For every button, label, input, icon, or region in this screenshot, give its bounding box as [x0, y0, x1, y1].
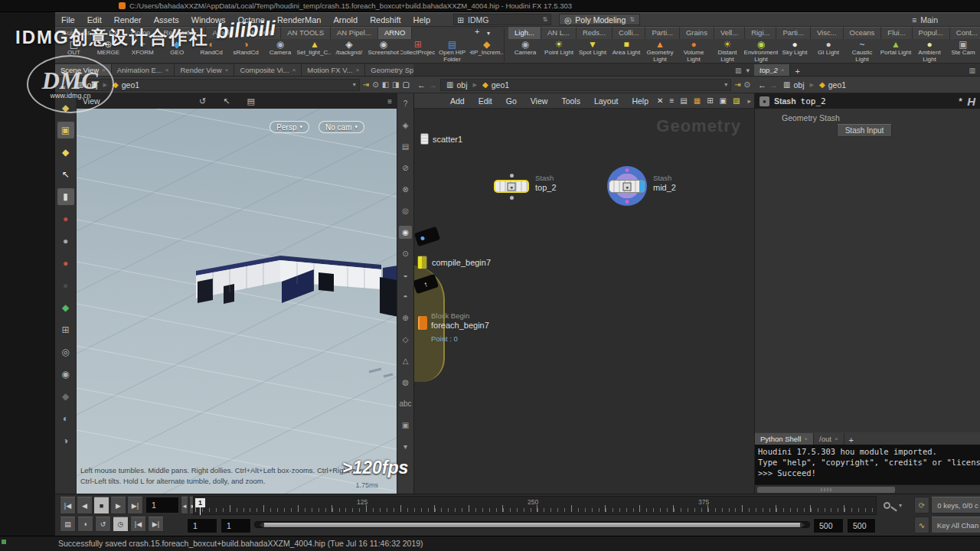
snapshot-cam-icon[interactable]: ▣	[399, 419, 412, 432]
close-tab-icon[interactable]: ×	[781, 67, 785, 73]
globe-icon[interactable]: ◎	[399, 204, 412, 217]
gear-icon[interactable]: *	[959, 96, 962, 107]
close-tab-icon[interactable]: ×	[102, 67, 106, 73]
path-context-chip[interactable]: ▥obj	[444, 80, 469, 90]
tool-out[interactable]: ◳ OUT	[57, 40, 91, 64]
desktop-spinner[interactable]: ⇅	[542, 16, 547, 23]
tool-ambient-light[interactable]: ● Ambient Light	[913, 40, 946, 64]
network-menu-item[interactable]: Help	[625, 96, 655, 106]
view-tool-icon[interactable]: ◆	[57, 99, 74, 116]
tool-screenshot[interactable]: ◉ Screenshot	[366, 40, 400, 64]
playback-end-field[interactable]: 500	[813, 518, 844, 533]
net-tools-icon[interactable]: ✕	[657, 96, 663, 105]
shelf-tab[interactable]: AN TOOLS	[281, 27, 331, 39]
tool-xform[interactable]: + XFORM	[126, 40, 160, 64]
network-menu-item[interactable]: Add	[443, 96, 472, 106]
jump-end-button[interactable]: ▶|	[127, 497, 143, 514]
tool-set-light[interactable]: ▲ Set_light_C...	[297, 40, 332, 64]
select-objects-icon[interactable]: ▣	[57, 122, 74, 139]
shelf-tab[interactable]: Popul...	[913, 27, 950, 39]
gizmo-handle[interactable]	[369, 369, 393, 377]
marker-icon[interactable]: ◒	[399, 269, 412, 282]
playback-start-field[interactable]: 1	[220, 518, 251, 533]
net-list-icon[interactable]: ▤	[680, 96, 687, 105]
orbit-tool-icon[interactable]: ◎	[57, 344, 74, 360]
menu-item[interactable]: Render	[108, 15, 148, 24]
tool-randcd[interactable]: ◐ RandCd	[194, 40, 229, 64]
net-swap-icon[interactable]: ▣	[720, 96, 727, 105]
net-cells-icon[interactable]: ⊞	[707, 96, 713, 105]
follow-target-icon[interactable]: ⊙	[744, 80, 750, 89]
pane-tab[interactable]: Scene View ×	[55, 64, 112, 76]
shelf-tab[interactable]: AN DOP	[240, 27, 281, 39]
path-node-chip[interactable]: ◆geo1	[817, 80, 848, 90]
shelf-tab[interactable]: Visc...	[811, 27, 844, 39]
menu-item[interactable]: Arnold	[327, 15, 364, 24]
node-black-upper[interactable]	[414, 227, 440, 246]
shell-output[interactable]: Houdini 17.5.303 hou module imported.Typ…	[755, 445, 980, 484]
tool-portal-light[interactable]: ▲ Portal Light	[879, 40, 913, 64]
camera-selector[interactable]: No cam▾	[318, 121, 364, 133]
close-tab-icon[interactable]: ×	[292, 67, 296, 73]
pane-tab-top2[interactable]: top_2 ×	[754, 64, 790, 76]
desktop-tab-main[interactable]: ≡ Main	[912, 15, 938, 24]
pane-menu-caret-icon[interactable]: ▾	[746, 67, 750, 74]
pane-maximize-icon[interactable]: ▥	[969, 67, 975, 74]
desktop-selector[interactable]: ⊞ IDMG ⇅	[453, 14, 551, 25]
tool-gi-light[interactable]: ● GI Light	[812, 40, 845, 64]
key-icon[interactable]	[884, 502, 890, 509]
close-tab-icon[interactable]: ×	[356, 67, 360, 73]
divide-icon[interactable]: ⊙	[399, 247, 412, 260]
points-icon[interactable]: ◓	[399, 290, 412, 303]
character-tool-icon[interactable]: ◆	[57, 388, 74, 405]
tool-stereo-camera[interactable]: ▣ Ste Cam	[946, 40, 980, 64]
play-forward-button[interactable]: ▶	[110, 497, 126, 514]
shelf-tab[interactable]: Cont...	[950, 27, 980, 39]
pin-icon[interactable]: ⇥	[363, 80, 369, 89]
menu-item[interactable]: Windows	[185, 15, 232, 24]
playhead-flag[interactable]: 1	[195, 498, 205, 507]
shelf-tab[interactable]: Ligh...	[508, 27, 541, 39]
range-end-field[interactable]: 500	[847, 518, 876, 533]
pane-tab[interactable]: Render View ×	[175, 64, 234, 76]
path-node-chip[interactable]: ◆geo1	[480, 80, 511, 90]
net-color-grid-icon[interactable]: ▦	[694, 96, 701, 105]
scoped-channels-icon[interactable]: ▤	[60, 517, 76, 532]
pane-tab[interactable]: Composite Vi... ×	[234, 64, 302, 76]
hand-tool-icon[interactable]: ◉	[57, 366, 74, 383]
playback-range-slider[interactable]	[254, 521, 810, 528]
path-field[interactable]: ▥obj ▸ ◆geo1 ▾	[440, 79, 731, 91]
forward-icon[interactable]: →	[769, 80, 778, 90]
menu-item[interactable]: Assets	[148, 15, 185, 24]
forward-icon[interactable]: →	[429, 80, 437, 90]
shelf-tab[interactable]: Flui...	[881, 27, 912, 39]
tool-collectproject[interactable]: ⊞ CollectProject	[400, 40, 435, 64]
current-frame-field[interactable]: 1	[145, 497, 179, 514]
tool-backgnd[interactable]: ◈ /backgnd/	[332, 40, 366, 64]
shelf-menu-caret-icon[interactable]: ▾	[487, 30, 490, 37]
lightbulb-icon[interactable]: ◉	[399, 226, 412, 239]
shell-tab[interactable]: Python Shell ×	[755, 433, 814, 445]
path-field[interactable]: ▥obj ▸ ◆geo1 ▾	[70, 79, 360, 91]
shelf-tab[interactable]: Parti...	[776, 27, 810, 39]
lock-view-icon[interactable]: ⊘	[399, 161, 412, 174]
shelf-tab[interactable]: Guide Br...	[55, 27, 103, 39]
muscle-tool-icon[interactable]: ●	[57, 277, 74, 294]
network-menu-item[interactable]: View	[524, 96, 555, 106]
tool-volume-light[interactable]: ● Volume Light	[677, 40, 710, 64]
waveform-icon[interactable]: ∿	[914, 517, 929, 533]
auto-key-icon[interactable]: ⟳	[914, 497, 929, 514]
snap-icon[interactable]: ⊕	[399, 311, 412, 324]
back-icon[interactable]: ←	[758, 80, 766, 90]
shelf-tab[interactable]: ARNO	[378, 27, 412, 39]
snap-tool-icon[interactable]: ◑	[57, 432, 74, 449]
timeline-ruler[interactable]: 125 250 375 1	[193, 496, 877, 515]
range-bar[interactable]	[262, 523, 802, 527]
help-icon[interactable]: ?	[399, 97, 412, 110]
network-menu-item[interactable]: Edit	[472, 96, 499, 106]
shelf-tab[interactable]: Reds...	[577, 27, 612, 39]
menu-item[interactable]: Octane	[231, 15, 270, 24]
menu-item[interactable]: File	[55, 15, 81, 24]
pane-tab[interactable]: Motion FX V... ×	[302, 64, 365, 76]
play-reverse-button[interactable]: ◀	[77, 497, 93, 514]
